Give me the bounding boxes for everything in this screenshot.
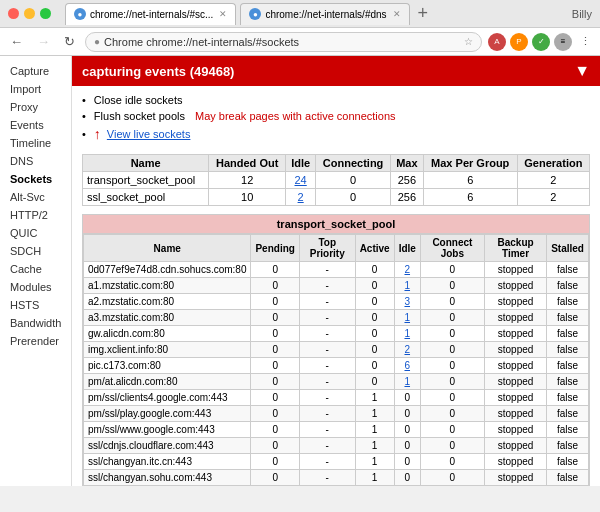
minimize-button[interactable] — [24, 8, 35, 19]
event-title: capturing events (49468) — [82, 64, 234, 79]
new-tab-button[interactable]: + — [418, 3, 429, 25]
row-stalled: false — [547, 262, 589, 278]
sidebar-item-proxy[interactable]: Proxy — [0, 98, 71, 116]
row-active: 1 — [355, 486, 394, 487]
row-stalled: false — [547, 454, 589, 470]
row-name: pm/ssl/play.google.com:443 — [84, 406, 251, 422]
tab-close-2[interactable]: ✕ — [393, 9, 401, 19]
sidebar-item-sdch[interactable]: SDCH — [0, 242, 71, 260]
red-arrow-icon: ↑ — [94, 126, 101, 142]
idle-link[interactable]: 3 — [404, 296, 410, 307]
tab-dns[interactable]: ● chrome://net-internals/#dns ✕ — [240, 3, 409, 25]
row-pending: 0 — [251, 358, 299, 374]
row-pending: 0 — [251, 422, 299, 438]
sidebar-item-http2[interactable]: HTTP/2 — [0, 206, 71, 224]
row-backup: stopped — [484, 326, 546, 342]
address-bar[interactable]: ● Chrome chrome://net-internals/#sockets… — [85, 32, 482, 52]
pool-detail-table: Name Pending Top Priority Active Idle Co… — [83, 234, 589, 486]
sidebar-item-quic[interactable]: QUIC — [0, 224, 71, 242]
view-live-link[interactable]: View live sockets — [107, 128, 191, 140]
row-connect: 0 — [420, 278, 484, 294]
row-stalled: false — [547, 358, 589, 374]
row-backup: stopped — [484, 374, 546, 390]
row-top: - — [299, 310, 355, 326]
back-button[interactable]: ← — [6, 32, 27, 51]
row-pending: 0 — [251, 374, 299, 390]
sidebar-item-sockets[interactable]: Sockets — [0, 170, 71, 188]
row-idle: 1 — [394, 278, 420, 294]
table-row: pic.c173.com:80 0 - 0 6 0 stopped false — [84, 358, 589, 374]
ext4-icon[interactable]: ≡ — [554, 33, 572, 51]
idle-link[interactable]: 1 — [404, 376, 410, 387]
extensions-icon[interactable]: A — [488, 33, 506, 51]
browser-user: Billy — [572, 8, 592, 20]
sidebar-item-events[interactable]: Events — [0, 116, 71, 134]
row-name: ssl/changyan.sohu.com:443 — [84, 470, 251, 486]
sidebar-item-cache[interactable]: Cache — [0, 260, 71, 278]
row-stalled: false — [547, 294, 589, 310]
row-top: - — [299, 342, 355, 358]
row-pending: 0 — [251, 294, 299, 310]
row-connect: 0 — [420, 390, 484, 406]
row-active: 1 — [355, 438, 394, 454]
ext3-icon[interactable]: ✓ — [532, 33, 550, 51]
pool-row-maxgroup: 6 — [423, 189, 517, 206]
row-active: 0 — [355, 278, 394, 294]
pool-row-name: transport_socket_pool — [83, 172, 209, 189]
reload-button[interactable]: ↻ — [60, 32, 79, 51]
ext2-icon[interactable]: P — [510, 33, 528, 51]
sidebar-item-timeline[interactable]: Timeline — [0, 134, 71, 152]
sidebar-item-capture[interactable]: Capture — [0, 62, 71, 80]
table-row: pm/ssl/clients4.google.com:443 0 - 1 0 0… — [84, 390, 589, 406]
idle-link[interactable]: 6 — [404, 360, 410, 371]
idle-link[interactable]: 2 — [404, 264, 410, 275]
idle-link[interactable]: 1 — [404, 328, 410, 339]
row-idle: 0 — [394, 438, 420, 454]
pool-row-idle[interactable]: 24 — [286, 172, 316, 189]
maximize-button[interactable] — [40, 8, 51, 19]
flush-label: Flush socket pools — [94, 110, 185, 122]
row-active: 0 — [355, 262, 394, 278]
row-backup: stopped — [484, 294, 546, 310]
tab-close-1[interactable]: ✕ — [219, 9, 227, 19]
row-stalled: false — [547, 470, 589, 486]
collapse-icon[interactable]: ▼ — [574, 62, 590, 80]
row-backup: stopped — [484, 486, 546, 487]
sidebar-item-bandwidth[interactable]: Bandwidth — [0, 314, 71, 332]
menu-icon[interactable]: ⋮ — [576, 33, 594, 51]
sidebar-item-hsts[interactable]: HSTS — [0, 296, 71, 314]
pool-col-connect: Connect Jobs — [420, 235, 484, 262]
idle-link[interactable]: 1 — [404, 280, 410, 291]
sidebar-item-prerender[interactable]: Prerender — [0, 332, 71, 350]
bullet-icon-2: • — [82, 110, 86, 122]
row-idle: 0 — [394, 422, 420, 438]
row-backup: stopped — [484, 438, 546, 454]
sidebar-item-modules[interactable]: Modules — [0, 278, 71, 296]
close-button[interactable] — [8, 8, 19, 19]
row-idle: 2 — [394, 262, 420, 278]
sidebar-item-import[interactable]: Import — [0, 80, 71, 98]
row-stalled: false — [547, 438, 589, 454]
row-backup: stopped — [484, 406, 546, 422]
bullet-icon-3: • — [82, 128, 86, 140]
pool-row-name: ssl_socket_pool — [83, 189, 209, 206]
row-idle: 0 — [394, 390, 420, 406]
forward-button[interactable]: → — [33, 32, 54, 51]
sidebar-item-dns[interactable]: DNS — [0, 152, 71, 170]
pool-col-name: Name — [84, 235, 251, 262]
title-bar: ● chrome://net-internals/#sc... ✕ ● chro… — [0, 0, 600, 28]
pools-table: Name Handed Out Idle Connecting Max Max … — [82, 154, 590, 206]
sidebar-item-altsvc[interactable]: Alt-Svc — [0, 188, 71, 206]
table-row: ssl/cdnjs.cloudflare.com:443 0 - 1 0 0 s… — [84, 438, 589, 454]
pool-col-active: Active — [355, 235, 394, 262]
tab-sockets[interactable]: ● chrome://net-internals/#sc... ✕ — [65, 3, 236, 25]
pool-row-idle[interactable]: 2 — [286, 189, 316, 206]
row-idle: 0 — [394, 454, 420, 470]
idle-link[interactable]: 1 — [404, 312, 410, 323]
row-backup: stopped — [484, 342, 546, 358]
row-top: - — [299, 438, 355, 454]
bookmark-icon[interactable]: ☆ — [464, 36, 473, 47]
row-active: 0 — [355, 342, 394, 358]
row-connect: 0 — [420, 374, 484, 390]
idle-link[interactable]: 2 — [404, 344, 410, 355]
